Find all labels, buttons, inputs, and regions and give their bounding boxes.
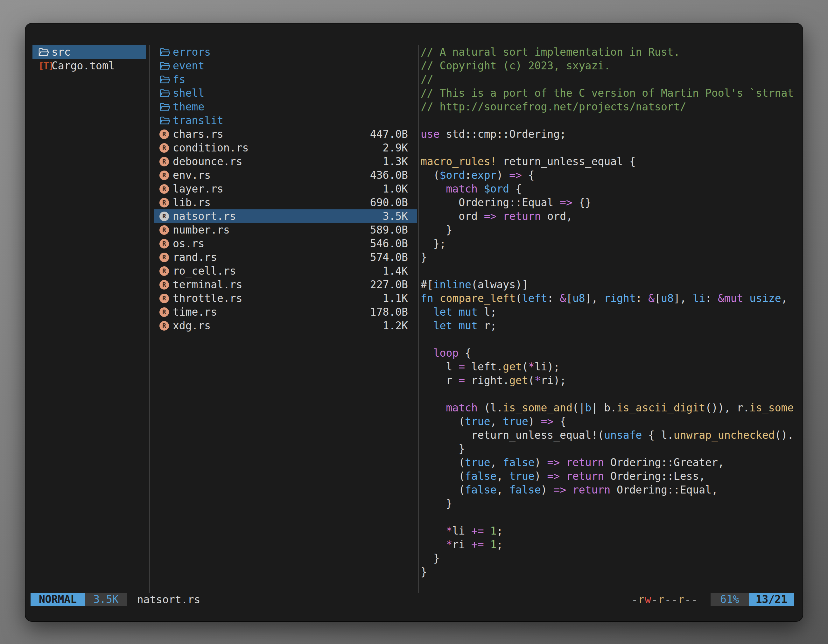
code-line: let mut r;: [421, 319, 796, 332]
item-label: fs: [173, 72, 185, 86]
file-row-number.rs[interactable]: Rnumber.rs589.0B: [154, 223, 417, 237]
dir-row-translit[interactable]: translit: [154, 114, 417, 127]
code-line: use std::cmp::Ordering;: [421, 127, 796, 141]
file-row-debounce.rs[interactable]: Rdebounce.rs1.3K: [154, 155, 417, 168]
folder-open-icon: [160, 88, 173, 98]
toml-file-icon: [T]: [38, 59, 52, 72]
code-line: (true, true) => {: [421, 415, 796, 428]
item-size: 546.0B: [370, 237, 417, 251]
dir-row-src[interactable]: src: [33, 45, 146, 59]
pane-separator-right: [418, 45, 419, 593]
item-label: layer.rs: [173, 182, 223, 196]
item-size: 1.0K: [383, 182, 417, 196]
code-line: macro_rules! return_unless_equal {: [421, 155, 796, 168]
rust-file-icon: R: [160, 253, 173, 262]
rust-file-icon: R: [160, 280, 173, 290]
code-line: }: [421, 251, 796, 264]
code-line: return_unless_equal!(unsafe { l.unwrap_u…: [421, 428, 796, 442]
pane-separator-left: [149, 45, 150, 593]
status-left-group: NORMAL 3.5K natsort.rs: [31, 593, 200, 606]
file-row-chars.rs[interactable]: Rchars.rs447.0B: [154, 127, 417, 141]
rust-file-icon: R: [160, 212, 173, 221]
item-label: lib.rs: [173, 196, 211, 209]
folder-open-icon: [160, 75, 173, 84]
file-row-Cargo.toml[interactable]: [T]Cargo.toml: [33, 59, 146, 72]
file-row-os.rs[interactable]: Ros.rs546.0B: [154, 237, 417, 251]
status-bar: NORMAL 3.5K natsort.rs -rw-r--r-- 61% 13…: [31, 593, 794, 606]
item-label: errors: [173, 45, 211, 59]
code-line: (false, false) => return Ordering::Equal…: [421, 483, 796, 497]
code-line: match (l.is_some_and(|b| b.is_ascii_digi…: [421, 401, 796, 415]
file-row-layer.rs[interactable]: Rlayer.rs1.0K: [154, 182, 417, 196]
code-line: // http://sourcefrog.net/projects/natsor…: [421, 100, 796, 114]
folder-open-icon: [38, 47, 52, 57]
item-size: 178.0B: [370, 305, 417, 319]
rust-file-icon: R: [160, 321, 173, 331]
code-line: *li += 1;: [421, 524, 796, 538]
rust-file-icon: R: [160, 239, 173, 249]
item-label: rand.rs: [173, 251, 217, 264]
item-size: 1.2K: [383, 319, 417, 332]
code-line: }: [421, 223, 796, 237]
code-line: //: [421, 72, 796, 86]
file-row-env.rs[interactable]: Renv.rs436.0B: [154, 168, 417, 182]
parent-pane: src[T]Cargo.toml: [33, 45, 146, 72]
code-line: l = left.get(*li);: [421, 360, 796, 373]
item-label: env.rs: [173, 168, 211, 182]
dir-row-theme[interactable]: theme: [154, 100, 417, 114]
code-line: }: [421, 552, 796, 565]
scroll-percentage: 61%: [710, 593, 749, 606]
item-size: 690.0B: [370, 196, 417, 209]
code-line: *ri += 1;: [421, 538, 796, 552]
code-line: [421, 264, 796, 278]
code-line: r = right.get(*ri);: [421, 373, 796, 387]
preview-pane: // A natural sort implementation in Rust…: [421, 45, 796, 591]
code-line: (false, true) => return Ordering::Less,: [421, 469, 796, 483]
item-label: condition.rs: [173, 141, 249, 155]
code-line: }: [421, 565, 796, 579]
file-row-terminal.rs[interactable]: Rterminal.rs227.0B: [154, 278, 417, 291]
item-size: 2.9K: [383, 141, 417, 155]
file-row-rand.rs[interactable]: Rrand.rs574.0B: [154, 251, 417, 264]
code-line: loop {: [421, 346, 796, 360]
code-line: #[inline(always)]: [421, 278, 796, 291]
dir-row-errors[interactable]: errors: [154, 45, 417, 59]
file-row-ro_cell.rs[interactable]: Rro_cell.rs1.4K: [154, 264, 417, 278]
mode-indicator: NORMAL: [31, 593, 85, 606]
item-label: number.rs: [173, 223, 230, 237]
item-size: 1.4K: [383, 264, 417, 278]
code-line: match $ord {: [421, 182, 796, 196]
dir-row-event[interactable]: event: [154, 59, 417, 72]
item-size: 1.1K: [383, 291, 417, 305]
code-line: [421, 332, 796, 346]
file-size-indicator: 3.5K: [85, 593, 127, 606]
item-size: 227.0B: [370, 278, 417, 291]
status-filename: natsort.rs: [137, 594, 201, 606]
item-label: time.rs: [173, 305, 217, 319]
item-size: 447.0B: [370, 127, 417, 141]
file-row-natsort.rs[interactable]: Rnatsort.rs3.5K: [154, 209, 417, 223]
item-label: translit: [173, 114, 223, 127]
code-line: }: [421, 442, 796, 456]
dir-row-fs[interactable]: fs: [154, 72, 417, 86]
cursor-position: 13/21: [749, 593, 794, 606]
dir-row-shell[interactable]: shell: [154, 86, 417, 100]
file-row-condition.rs[interactable]: Rcondition.rs2.9K: [154, 141, 417, 155]
item-label: ro_cell.rs: [173, 264, 236, 278]
file-row-lib.rs[interactable]: Rlib.rs690.0B: [154, 196, 417, 209]
item-size: 589.0B: [370, 223, 417, 237]
code-line: };: [421, 237, 796, 251]
item-label: src: [52, 45, 71, 59]
file-row-time.rs[interactable]: Rtime.rs178.0B: [154, 305, 417, 319]
item-label: Cargo.toml: [52, 59, 115, 72]
file-row-throttle.rs[interactable]: Rthrottle.rs1.1K: [154, 291, 417, 305]
rust-file-icon: R: [160, 171, 173, 180]
file-row-xdg.rs[interactable]: Rxdg.rs1.2K: [154, 319, 417, 332]
rust-file-icon: R: [160, 225, 173, 235]
code-line: [421, 114, 796, 127]
code-line: let mut l;: [421, 305, 796, 319]
rust-file-icon: R: [160, 184, 173, 194]
item-label: throttle.rs: [173, 291, 243, 305]
code-line: fn compare_left(left: &[u8], right: &[u8…: [421, 291, 796, 305]
code-line: [421, 141, 796, 155]
